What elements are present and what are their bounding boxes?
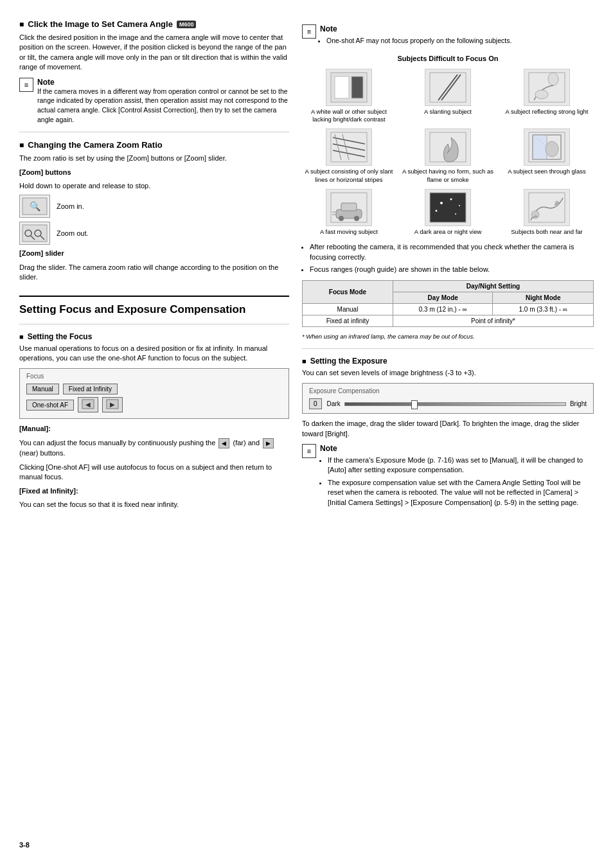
subject-through-glass: A subject seen through glass [500, 128, 594, 184]
svg-text:▶: ▶ [110, 401, 115, 408]
table-row-manual: Manual 0.3 m (12 in.) - ∞ 1.0 m (3.3 ft.… [303, 303, 594, 315]
table-footnote: * When using an infrared lamp, the camer… [302, 332, 594, 341]
right-divider [302, 348, 594, 349]
zoom-buttons-label: [Zoom] buttons [19, 168, 289, 177]
table-cell-manual-label: Manual [303, 303, 393, 315]
svg-rect-12 [335, 76, 349, 98]
table-cell-fixed-label: Fixed at infinity [303, 315, 393, 326]
exposure-desc: To darken the image, drag the slider tow… [302, 419, 594, 439]
subject-slant-lines: A subject consisting of only slant lines… [302, 128, 396, 184]
manual-desc2: Clicking [One-shot AF] will use autofocu… [19, 463, 289, 483]
focus-manual-btn[interactable]: Manual [26, 384, 59, 394]
table-col-day: Day Mode [393, 292, 493, 303]
right-note-bullet: One-shot AF may not focus properly on th… [326, 36, 511, 46]
right-note-content: Note One-shot AF may not focus properly … [320, 24, 511, 48]
subject-slant-lines-label: A subject consisting of only slant lines… [302, 168, 396, 184]
svg-point-44 [455, 213, 456, 215]
divider2 [19, 324, 289, 324]
table-col-focus-mode: Focus Mode [303, 280, 393, 303]
setting-focus-exposure-title: Setting Focus and Exposure Compensation [19, 303, 289, 316]
focus-notes: After rebooting the camera, it is recomm… [310, 242, 594, 274]
focus-near-icon[interactable]: ▶ [102, 397, 123, 412]
focus-fixed-btn[interactable]: Fixed at Infinity [63, 384, 118, 394]
svg-rect-36 [341, 203, 357, 211]
subject-dark-area-img [425, 189, 471, 226]
exposure-slider-container: Dark Bright [327, 400, 587, 407]
note-label: Note [37, 78, 289, 87]
fixed-label: [Fixed at Infinity]: [19, 487, 78, 495]
divider1 [19, 132, 289, 132]
subject-dark-area-label: A dark area or night view [414, 228, 482, 236]
exposure-note: Note If the camera's Exposure Mode (p. 7… [302, 444, 594, 510]
subject-dark-area: A dark area or night view [401, 189, 495, 236]
subject-strong-light: A subject reflecting strong light [500, 69, 594, 124]
subject-strong-light-label: A subject reflecting strong light [506, 108, 589, 116]
setting-focus-title: Setting the Focus [19, 332, 289, 341]
far-btn-inline: ◀ [218, 438, 229, 449]
subject-slant-lines-img [326, 128, 372, 166]
exposure-box-label: Exposure Compensation [309, 387, 587, 394]
focus-box-label: Focus [26, 373, 282, 380]
svg-point-42 [459, 205, 460, 206]
zoom-ratio-title: Changing the Camera Zoom Ratio [19, 140, 289, 150]
zoom-slider-desc: Drag the slider. The camera zoom ratio w… [19, 263, 289, 283]
manual-desc: You can adjust the focus manually by con… [19, 438, 289, 459]
subject-white-wall: A white wall or other subject lacking br… [302, 69, 396, 124]
table-cell-fixed-both: Point of infinity* [393, 315, 593, 326]
right-column: Note One-shot AF may not focus properly … [302, 19, 594, 828]
zoom-ratio-body: The zoom ratio is set by using the [Zoom… [19, 154, 289, 163]
subject-slanting: A slanting subject [401, 69, 495, 124]
subjects-title: Subjects Difficult to Focus On [302, 55, 594, 62]
zoom-in-icon: 🔍 [19, 195, 50, 218]
page: Click the Image to Set Camera Angle M600… [0, 0, 613, 868]
m600-badge: M600 [177, 21, 197, 28]
near-btn-inline: ▶ [263, 438, 274, 449]
exposure-bar[interactable] [344, 402, 566, 406]
two-column-layout: Click the Image to Set Camera Angle M600… [19, 19, 594, 828]
exposure-title-text: Setting the Exposure [310, 357, 387, 366]
subjects-grid: A white wall or other subject lacking br… [302, 69, 594, 236]
exposure-note-content: Note If the camera's Exposure Mode (p. 7… [320, 444, 594, 510]
svg-point-43 [436, 210, 438, 212]
focus-range-table: Focus Mode Day/Night Setting Day Mode Ni… [302, 280, 594, 327]
right-note-body: One-shot AF may not focus properly on th… [320, 36, 511, 46]
zoom-out-label: Zoom out. [57, 229, 89, 237]
table-cell-manual-day: 0.3 m (12 in.) - ∞ [393, 303, 493, 315]
subject-white-wall-img [326, 69, 372, 106]
exposure-zero-btn[interactable]: 0 [309, 398, 322, 409]
exposure-note-2: The exposure compensation value set with… [328, 478, 594, 508]
focus-far-icon[interactable]: ◀ [78, 397, 98, 412]
subject-fast-moving-img [326, 189, 372, 226]
zoom-out-item: Zoom out. [19, 222, 289, 245]
right-note-icon [302, 24, 316, 39]
focus-note-1: After rebooting the camera, it is recomm… [310, 242, 594, 262]
subject-slanting-img [425, 69, 471, 106]
subjects-section: Subjects Difficult to Focus On A white w… [302, 55, 594, 236]
subject-flame-img [425, 128, 471, 166]
subject-near-far-img [524, 189, 570, 226]
click-image-note: Note If the camera moves in a different … [19, 78, 289, 125]
zoom-out-icon [19, 222, 50, 245]
exposure-box: Exposure Compensation 0 Dark Bright [302, 383, 594, 414]
focus-oneshot-btn[interactable]: One-shot AF [26, 400, 74, 411]
table-col-daynight: Day/Night Setting [393, 280, 593, 292]
zoom-buttons-desc: Hold down to operate and release to stop… [19, 181, 289, 191]
subject-strong-light-img [524, 69, 570, 106]
page-number: 3-8 [19, 841, 594, 849]
note-icon [19, 78, 33, 92]
svg-point-41 [450, 199, 452, 200]
table-cell-manual-night: 1.0 m (3.3 ft.) - ∞ [493, 303, 594, 315]
svg-text:🔍: 🔍 [30, 201, 41, 212]
exposure-title: Setting the Exposure [302, 357, 594, 366]
exposure-dark-label: Dark [327, 400, 341, 407]
exposure-note-list: If the camera's Exposure Mode (p. 7-16) … [328, 456, 594, 508]
table-col-night: Night Mode [493, 292, 594, 303]
note-body: If the camera moves in a different way f… [37, 87, 289, 125]
setting-focus-exposure-section: Setting Focus and Exposure Compensation … [19, 296, 289, 510]
subject-fast-moving: A fast moving subject [302, 189, 396, 236]
exposure-handle[interactable] [411, 400, 418, 409]
svg-point-35 [354, 216, 359, 221]
svg-text:◀: ◀ [85, 401, 91, 408]
focus-row2: One-shot AF ◀ ▶ [26, 397, 282, 412]
right-note-label: Note [320, 24, 511, 33]
